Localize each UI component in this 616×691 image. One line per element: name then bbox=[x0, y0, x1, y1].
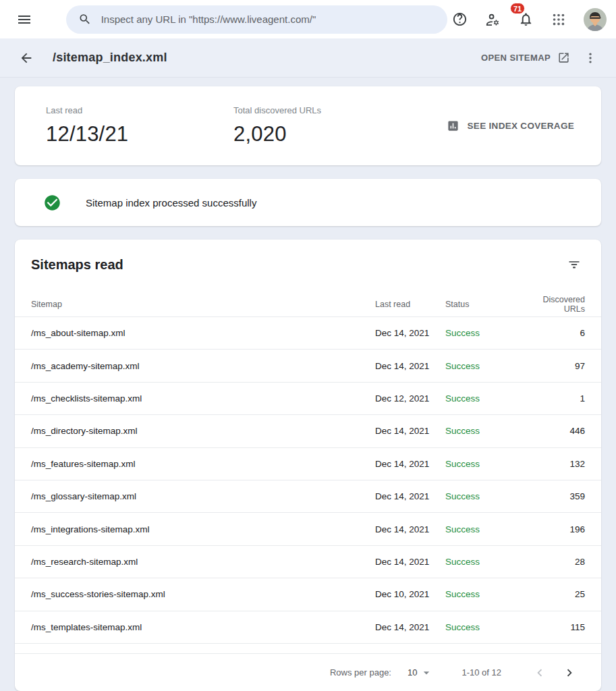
column-header-last-read[interactable]: Last read bbox=[375, 300, 445, 309]
sitemap-cell: /ms_checklists-sitemap.xml bbox=[31, 393, 375, 404]
table-title: Sitemaps read bbox=[31, 257, 123, 273]
last-read-cell: Dec 14, 2021 bbox=[375, 426, 445, 436]
sitemap-cell: /ms_templates-sitemap.xml bbox=[31, 622, 375, 632]
discovered-urls-cell: 196 bbox=[520, 524, 585, 534]
table-row[interactable]: /ms_about-sitemap.xml Dec 14, 2021 Succe… bbox=[15, 317, 601, 350]
rows-per-page-select[interactable]: 10 bbox=[391, 666, 433, 680]
table-row[interactable]: /ms_integrations-sitemap.xml Dec 14, 202… bbox=[15, 513, 601, 545]
search-input[interactable] bbox=[101, 13, 435, 25]
next-page-button[interactable] bbox=[558, 661, 581, 684]
table-body: /ms_about-sitemap.xml Dec 14, 2021 Succe… bbox=[15, 317, 601, 644]
rows-per-page-value: 10 bbox=[408, 667, 417, 678]
banner-message: Sitemap index processed successfully bbox=[86, 197, 256, 209]
last-read-label: Last read bbox=[46, 105, 233, 115]
top-app-bar: 71 bbox=[0, 0, 616, 38]
table-row[interactable]: /ms_research-sitemap.xml Dec 14, 2021 Su… bbox=[15, 546, 601, 578]
hamburger-menu-button[interactable] bbox=[12, 7, 36, 32]
table-row[interactable]: /ms_checklists-sitemap.xml Dec 12, 2021 … bbox=[15, 383, 601, 415]
table-header-row: Sitemap Last read Status Discovered URLs bbox=[15, 292, 601, 317]
discovered-urls-cell: 132 bbox=[520, 459, 585, 469]
sitemap-cell: /ms_academy-sitemap.xml bbox=[31, 361, 375, 371]
filter-button[interactable] bbox=[563, 254, 585, 276]
status-banner: Sitemap index processed successfully bbox=[15, 179, 601, 226]
page-header: /sitemap_index.xml OPEN SITEMAP bbox=[0, 38, 616, 78]
table-row[interactable]: /ms_academy-sitemap.xml Dec 14, 2021 Suc… bbox=[15, 350, 601, 382]
sitemap-cell: /ms_about-sitemap.xml bbox=[31, 328, 375, 338]
avatar-photo bbox=[584, 8, 607, 31]
status-cell: Success bbox=[445, 557, 520, 567]
table-pagination: Rows per page: 10 1-10 of 12 bbox=[15, 653, 601, 691]
column-header-status[interactable]: Status bbox=[445, 300, 520, 309]
last-read-cell: Dec 10, 2021 bbox=[375, 589, 445, 599]
discovered-urls-cell: 359 bbox=[520, 491, 585, 501]
sitemap-cell: /ms_integrations-sitemap.xml bbox=[31, 524, 375, 534]
hamburger-icon bbox=[16, 11, 32, 28]
url-inspect-searchbox[interactable] bbox=[66, 5, 447, 34]
help-icon bbox=[452, 11, 468, 27]
open-sitemap-button[interactable]: OPEN SITEMAP bbox=[477, 46, 574, 70]
see-index-coverage-button[interactable]: SEE INDEX COVERAGE bbox=[441, 113, 580, 139]
status-cell: Success bbox=[445, 589, 520, 599]
summary-card: Last read 12/13/21 Total discovered URLs… bbox=[15, 86, 601, 165]
user-settings-button[interactable] bbox=[481, 7, 505, 31]
status-cell: Success bbox=[445, 491, 520, 501]
kebab-menu-icon bbox=[584, 51, 597, 65]
notification-count-badge: 71 bbox=[510, 3, 525, 14]
user-gear-icon bbox=[485, 11, 501, 27]
table-row[interactable]: /ms_templates-sitemap.xml Dec 14, 2021 S… bbox=[15, 611, 601, 644]
status-cell: Success bbox=[445, 459, 520, 469]
discovered-urls-cell: 25 bbox=[520, 589, 585, 599]
status-cell: Success bbox=[445, 426, 520, 436]
help-button[interactable] bbox=[448, 7, 472, 31]
google-apps-button[interactable] bbox=[547, 8, 570, 31]
last-read-cell: Dec 14, 2021 bbox=[375, 459, 445, 469]
discovered-urls-cell: 28 bbox=[520, 557, 585, 567]
status-cell: Success bbox=[445, 361, 520, 371]
table-row[interactable]: /ms_glossary-sitemap.xml Dec 14, 2021 Su… bbox=[15, 480, 601, 513]
table-row[interactable]: /ms_features-sitemap.xml Dec 14, 2021 Su… bbox=[15, 448, 601, 480]
status-cell: Success bbox=[445, 328, 520, 338]
check-circle-icon bbox=[43, 194, 61, 212]
back-button[interactable] bbox=[15, 47, 38, 70]
chevron-right-icon bbox=[562, 665, 577, 680]
last-read-value: 12/13/21 bbox=[46, 122, 233, 146]
status-cell: Success bbox=[445, 524, 520, 534]
chevron-left-icon bbox=[532, 665, 547, 680]
sitemap-cell: /ms_glossary-sitemap.xml bbox=[31, 491, 375, 501]
discovered-urls-cell: 1 bbox=[520, 393, 585, 404]
discovered-urls-cell: 6 bbox=[520, 328, 585, 338]
sitemap-cell: /ms_success-stories-sitemap.xml bbox=[31, 589, 375, 599]
see-index-coverage-label: SEE INDEX COVERAGE bbox=[468, 121, 574, 131]
search-icon bbox=[78, 12, 92, 26]
total-urls-label: Total discovered URLs bbox=[233, 105, 421, 115]
last-read-cell: Dec 14, 2021 bbox=[375, 524, 445, 534]
table-row[interactable]: /ms_directory-sitemap.xml Dec 14, 2021 S… bbox=[15, 415, 601, 447]
dropdown-arrow-icon bbox=[420, 666, 433, 680]
total-urls-value: 2,020 bbox=[233, 122, 421, 146]
pagination-range: 1-10 of 12 bbox=[461, 667, 501, 678]
sitemap-cell: /ms_research-sitemap.xml bbox=[31, 557, 375, 567]
previous-page-button[interactable] bbox=[528, 661, 551, 684]
column-header-sitemap[interactable]: Sitemap bbox=[31, 300, 375, 309]
status-cell: Success bbox=[445, 622, 520, 632]
last-read-cell: Dec 14, 2021 bbox=[375, 328, 445, 338]
last-read-cell: Dec 14, 2021 bbox=[375, 557, 445, 567]
last-read-cell: Dec 14, 2021 bbox=[375, 622, 445, 632]
account-avatar[interactable] bbox=[584, 8, 607, 31]
status-cell: Success bbox=[445, 393, 520, 404]
external-link-icon bbox=[557, 51, 570, 64]
filter-icon bbox=[567, 258, 581, 272]
last-read-cell: Dec 14, 2021 bbox=[375, 491, 445, 501]
more-options-button[interactable] bbox=[580, 47, 601, 69]
sitemap-cell: /ms_features-sitemap.xml bbox=[31, 459, 375, 469]
apps-grid-icon bbox=[551, 12, 566, 27]
table-row[interactable]: /ms_success-stories-sitemap.xml Dec 10, … bbox=[15, 578, 601, 611]
discovered-urls-cell: 115 bbox=[520, 622, 585, 632]
column-header-discovered-urls[interactable]: Discovered URLs bbox=[520, 295, 585, 314]
back-arrow-icon bbox=[19, 51, 34, 65]
discovered-urls-cell: 446 bbox=[520, 426, 585, 436]
last-read-stat: Last read 12/13/21 bbox=[46, 105, 233, 146]
bar-chart-icon bbox=[447, 119, 459, 132]
total-urls-stat: Total discovered URLs 2,020 bbox=[233, 105, 421, 146]
page-title: /sitemap_index.xml bbox=[53, 51, 167, 65]
